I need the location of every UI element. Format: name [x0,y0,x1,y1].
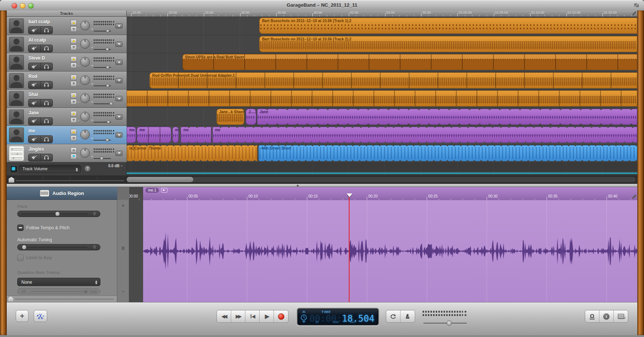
volume-thumb[interactable] [107,120,110,124]
help-icon[interactable]: ? [85,166,90,171]
mute-button[interactable] [28,45,41,52]
track-header-row[interactable]: Jane LR [7,108,127,126]
solo-button[interactable] [41,118,53,125]
audio-region[interactable]: 44th Street Short [258,145,637,161]
region-tab[interactable]: me.1 [145,188,159,193]
scale-plus[interactable]: + [117,203,129,208]
master-volume-slider[interactable] [423,321,467,326]
quantize-dropdown[interactable]: None [17,278,100,286]
track-options-button[interactable] [115,132,123,138]
volume-thumb[interactable] [100,157,103,160]
pane-divider[interactable] [7,184,637,187]
mute-button[interactable] [28,99,41,106]
editor-toggle-button[interactable] [34,310,47,322]
volume-thumb[interactable] [106,138,109,142]
audio-region[interactable]: me [137,127,171,143]
cycle-button[interactable] [386,310,400,322]
lcd-mode-up-icon[interactable] [302,310,306,313]
pan-knob[interactable] [80,112,90,121]
solo-button[interactable] [41,136,53,143]
record-button[interactable] [274,310,288,322]
play-button[interactable]: ▶ [260,310,274,322]
stepper-up-button[interactable] [70,38,77,44]
strength-handle[interactable] [84,290,87,293]
editor-ruler[interactable]: 00:0000:0500:1000:1500:2000:2500:3000:35… [129,194,637,200]
audio-region[interactable]: me [212,127,637,143]
tuning-slider[interactable]: 0 [17,244,100,250]
track-options-button[interactable] [115,78,123,83]
volume-thumb[interactable] [106,29,109,33]
scale-minus[interactable]: – [117,288,129,294]
editor-panel-scrollbar[interactable] [7,295,117,302]
fast-forward-button[interactable]: ▶▶ [231,310,245,322]
track-volume-slider[interactable] [94,138,111,142]
lcd-display[interactable]: TIME 00:00:18.504 hr min sec [297,308,379,326]
pan-knob[interactable] [80,57,90,67]
audio-region[interactable]: Bart Busschots on 2011–12–10 at 10.56 (T… [259,36,637,52]
fullscreen-icon[interactable] [634,3,639,7]
playhead-line[interactable] [349,194,350,302]
region-play-button[interactable] [161,188,167,193]
solo-button[interactable] [41,45,53,52]
automation-enable-led[interactable] [10,165,18,173]
go-to-beginning-button[interactable]: ◀ [245,310,260,322]
solo-button[interactable] [41,27,53,34]
zoom-slider-handle[interactable] [9,177,14,183]
track-header-row[interactable]: Rod LR [7,72,127,90]
pan-knob[interactable] [80,39,90,49]
track-volume-slider[interactable] [94,29,111,33]
pan-knob[interactable] [80,93,90,103]
timeline-ruler[interactable]: 15:0020:0025:0030:0035:0040:0045:0050:00… [127,10,637,17]
stepper-up-button[interactable] [70,129,77,135]
volume-automation-line[interactable] [127,173,637,174]
timeline-scrollbar[interactable] [127,176,637,184]
track-volume-slider[interactable] [94,66,111,69]
metronome-button[interactable] [400,310,415,322]
volume-thumb[interactable] [106,66,109,69]
title-bar[interactable]: GarageBand – NC_2011_12_11 [0,0,644,11]
quantize-strength-slider[interactable]: off max [17,288,100,294]
audio-region[interactable]: J....1 [246,109,256,125]
limit-to-key-checkbox[interactable] [17,255,24,261]
volume-thumb[interactable] [106,48,109,51]
stepper-up-button[interactable] [70,56,77,62]
track-info-button[interactable]: i [599,310,614,322]
add-track-button[interactable]: + [16,310,28,322]
playhead-handle[interactable] [347,193,353,200]
stepper-down-button[interactable] [70,45,77,50]
mute-button[interactable] [28,154,41,161]
scrollbar-track[interactable] [191,177,636,182]
pitch-slider[interactable]: 0 [17,211,100,217]
mute-button[interactable] [28,81,41,88]
track-options-button[interactable] [115,151,123,156]
audio-region[interactable]: Rod Griffin Powerjolt Dual Universal Ada… [149,72,637,88]
pan-knob[interactable] [80,21,90,30]
solo-button[interactable] [41,154,53,161]
audio-region[interactable]: bQCorner_Theme [127,145,257,161]
tuning-slider-handle[interactable] [22,245,26,249]
pan-knob[interactable] [80,148,90,158]
track-header-row[interactable]: ♪♪♪ Jingles LR [7,144,127,163]
mute-button[interactable] [28,63,41,70]
track-header-row[interactable]: Al ccatp LR [7,35,127,54]
pitch-slider-handle[interactable] [55,212,60,216]
track-volume-slider[interactable] [94,120,111,124]
editor-region-background[interactable] [143,200,637,302]
zoom-slider-track[interactable] [16,180,124,181]
scrollbar-thumb[interactable] [127,177,193,182]
automation-param-select[interactable]: Track Volume [19,165,81,173]
solo-button[interactable] [41,63,53,70]
stepper-down-button[interactable] [70,63,77,68]
pan-knob[interactable] [80,130,90,139]
stepper-down-button[interactable] [70,81,77,87]
track-volume-slider[interactable] [94,102,111,105]
stepper-down-button[interactable] [70,99,77,105]
stepper-up-button[interactable] [70,75,77,80]
pan-knob[interactable] [80,75,90,85]
track-header-row[interactable]: me LR [7,126,127,144]
stepper-down-button[interactable] [70,117,77,123]
audio-region[interactable]: Jane [257,109,637,125]
track-options-button[interactable] [115,114,123,120]
mute-button[interactable] [28,27,41,34]
track-options-button[interactable] [115,96,123,101]
